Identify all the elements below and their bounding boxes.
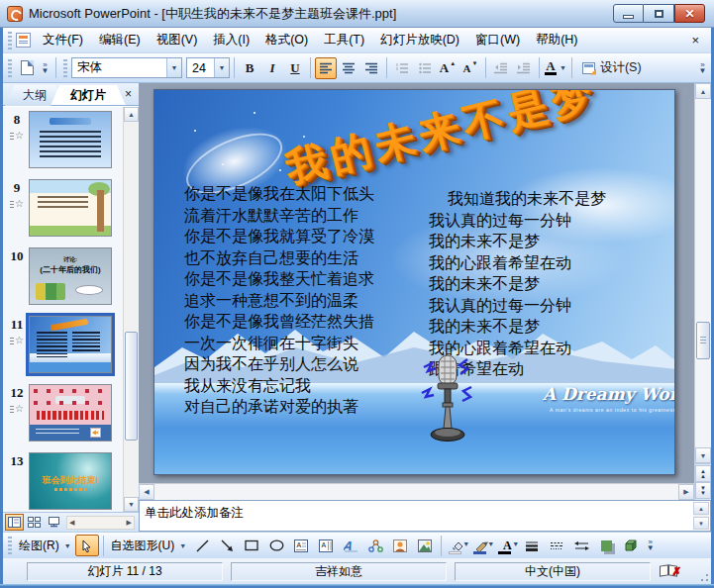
insert-clipart-button[interactable] [388, 535, 412, 556]
notes-scrollbar[interactable]: ▲ ▼ [693, 502, 709, 530]
shadow-style-button[interactable] [594, 535, 618, 556]
panel-close-button[interactable]: × [121, 86, 136, 101]
normal-view-button[interactable] [5, 514, 24, 531]
resize-grip[interactable] [697, 570, 709, 582]
microphone-clipart[interactable] [418, 349, 477, 448]
vertical-text-box-button[interactable]: A [314, 535, 338, 556]
language-indicator[interactable]: 中文(中国) [455, 562, 651, 581]
slide-sorter-view-button[interactable] [25, 514, 44, 531]
slideshow-view-button[interactable] [45, 514, 63, 531]
oval-tool-button[interactable] [264, 535, 288, 556]
slide-horizontal-scrollbar[interactable]: ◀ ▶ [139, 483, 694, 500]
previous-slide-button[interactable]: ▲▲ [695, 465, 711, 482]
chevron-down-icon[interactable]: ▼ [512, 540, 519, 547]
minimize-button[interactable] [613, 4, 644, 23]
toolbar-grip[interactable] [63, 59, 67, 77]
toolbar-grip[interactable] [8, 537, 12, 554]
scroll-thumb[interactable] [125, 332, 138, 441]
draw-font-color-button[interactable]: A ▼ [495, 535, 519, 556]
slide-11-editor[interactable]: 我的未来不是梦 你是不是像我在太阳下低头 流着汗水默默辛苦的工作 你是不是像我就… [153, 89, 675, 475]
thumbnail-hscrollbar[interactable]: ◀▶ [66, 516, 135, 530]
line-color-button[interactable]: ▼ [470, 535, 494, 556]
scroll-down-icon[interactable]: ▼ [124, 497, 139, 512]
insert-picture-button[interactable] [413, 535, 437, 556]
increase-indent-button[interactable] [513, 57, 535, 79]
scroll-up-icon[interactable]: ▲ [695, 83, 711, 99]
tab-slides[interactable]: 幻灯片 [51, 85, 126, 106]
new-slide-button[interactable] [16, 57, 38, 79]
scroll-track[interactable] [124, 122, 139, 497]
bullets-button[interactable] [414, 57, 436, 79]
slide-13-thumbnail[interactable]: 班会到此结束! [29, 452, 112, 510]
italic-button[interactable]: I [261, 57, 283, 79]
menu-item-file[interactable]: 文件(F) [35, 28, 91, 52]
scroll-right-icon[interactable]: ▶ [127, 519, 132, 527]
menu-item-slideshow[interactable]: 幻灯片放映(D) [372, 28, 467, 52]
autoshapes-menu-button[interactable]: 自选图形(U)▼ [108, 536, 190, 556]
wordart-button[interactable]: A [339, 535, 362, 556]
menubar-close-icon[interactable]: × [681, 33, 709, 48]
menu-item-format[interactable]: 格式(O) [257, 28, 316, 52]
slide-12-thumbnail[interactable] [29, 384, 112, 441]
toolbar-overflow-icon[interactable]: »▼ [644, 534, 657, 557]
font-color-button[interactable]: A ▼ [544, 57, 567, 79]
menu-item-view[interactable]: 视图(V) [149, 28, 206, 52]
select-objects-button[interactable] [75, 535, 99, 556]
line-style-button[interactable] [520, 535, 544, 556]
chevron-down-icon[interactable]: ▼ [214, 58, 229, 77]
3d-style-button[interactable] [619, 535, 643, 556]
chevron-down-icon[interactable]: ▼ [560, 64, 566, 71]
scroll-left-icon[interactable]: ◀ [139, 484, 154, 500]
menu-item-edit[interactable]: 编辑(E) [91, 28, 149, 52]
animation-star-icon[interactable]: ☆ [10, 404, 24, 414]
bold-button[interactable]: B [239, 57, 260, 79]
toolbar-overflow-icon[interactable]: »▼ [696, 56, 709, 80]
numbering-button[interactable] [391, 57, 413, 79]
chevron-down-icon[interactable]: ▼ [487, 540, 494, 547]
slide-vertical-scrollbar[interactable]: ▲ ▼ ▲▲ ▼▼ [694, 83, 711, 500]
draw-menu-button[interactable]: 绘图(R)▼ [16, 536, 74, 556]
restore-button[interactable] [644, 4, 674, 23]
chevron-down-icon[interactable]: ▼ [166, 58, 181, 77]
fill-color-button[interactable]: ▼ [446, 535, 469, 556]
animation-star-icon[interactable]: ☆ [10, 336, 24, 345]
scroll-left-icon[interactable]: ◀ [69, 519, 74, 527]
font-name-combobox[interactable]: 宋体 ▼ [71, 57, 182, 78]
scroll-up-icon[interactable]: ▲ [124, 107, 139, 122]
decrease-indent-button[interactable] [490, 57, 512, 79]
design-template-indicator[interactable]: 吉祥如意 [231, 562, 447, 581]
font-size-combobox[interactable]: 24 ▼ [186, 57, 230, 78]
text-box-button[interactable]: A [289, 535, 313, 556]
animation-star-icon[interactable]: ☆ [10, 131, 24, 141]
notes-pane[interactable]: 单击此处添加备注 ▲ ▼ [139, 500, 711, 532]
line-tool-button[interactable] [190, 535, 214, 556]
thumbnail-scrollbar[interactable]: ▲ ▼ [123, 107, 139, 512]
rectangle-tool-button[interactable] [240, 535, 263, 556]
spellcheck-icon[interactable]: ✗ [659, 563, 678, 579]
slide-10-thumbnail[interactable]: 讨论: (二十年后的我们) [29, 247, 112, 305]
scroll-down-icon[interactable]: ▼ [695, 447, 711, 463]
scroll-track[interactable] [695, 99, 711, 447]
menu-item-help[interactable]: 帮助(H) [528, 28, 585, 52]
menu-item-tools[interactable]: 工具(T) [316, 28, 372, 52]
scroll-thumb[interactable] [696, 322, 710, 359]
dash-style-button[interactable] [545, 535, 568, 556]
slide-11-thumbnail[interactable] [29, 316, 112, 373]
decrease-font-button[interactable]: A▼ [459, 57, 481, 79]
lyrics-left-textbox[interactable]: 你是不是像我在太阳下低头 流着汗水默默辛苦的工作 你是不是像我就算受了冷漠 也不… [184, 183, 374, 418]
toolbar-grip[interactable] [8, 59, 12, 77]
increase-font-button[interactable]: A▲ [437, 57, 459, 79]
toolbar-overflow-icon[interactable]: »▼ [39, 56, 51, 80]
scroll-right-icon[interactable]: ▶ [678, 484, 694, 500]
slide-8-thumbnail[interactable] [29, 111, 112, 168]
align-right-button[interactable] [360, 57, 382, 79]
toolbar-grip[interactable] [8, 32, 12, 49]
scroll-up-icon[interactable]: ▲ [693, 502, 709, 515]
menu-item-insert[interactable]: 插入(I) [205, 28, 257, 52]
diagram-button[interactable] [363, 535, 387, 556]
chevron-down-icon[interactable]: ▼ [462, 540, 469, 547]
align-center-button[interactable] [338, 57, 359, 79]
align-left-button[interactable] [315, 57, 337, 79]
underline-button[interactable]: U [284, 57, 306, 79]
arrow-style-button[interactable] [569, 535, 593, 556]
